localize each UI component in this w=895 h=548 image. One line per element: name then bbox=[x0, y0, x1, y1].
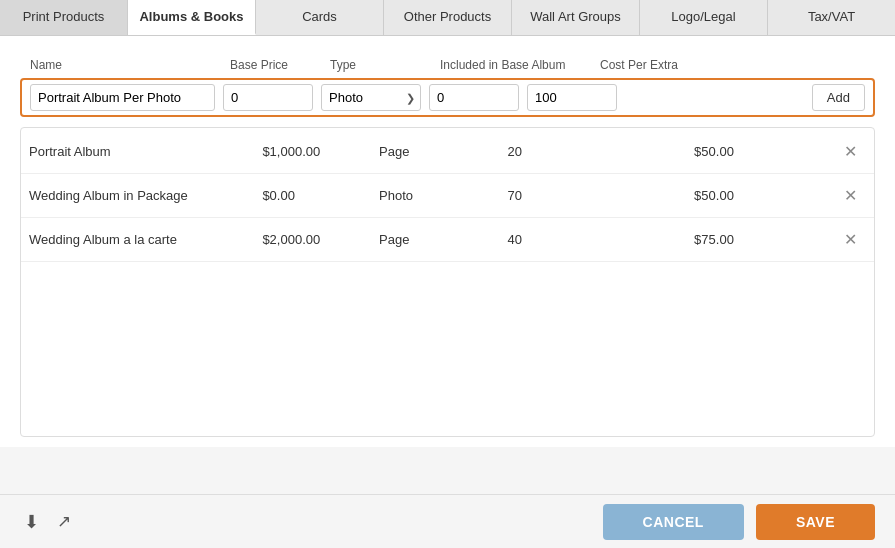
cell-included: 20 bbox=[499, 130, 686, 174]
add-button[interactable]: Add bbox=[812, 84, 865, 111]
cell-included: 70 bbox=[499, 174, 686, 218]
cell-base-price: $2,000.00 bbox=[254, 218, 371, 262]
name-input[interactable] bbox=[30, 84, 215, 111]
cancel-button[interactable]: CANCEL bbox=[603, 504, 744, 540]
save-button[interactable]: SAVE bbox=[756, 504, 875, 540]
cell-base-price: $1,000.00 bbox=[254, 130, 371, 174]
type-select[interactable]: Photo Page bbox=[321, 84, 421, 111]
bottom-bar: ⬇ ↗ CANCEL SAVE bbox=[0, 494, 895, 548]
export-button[interactable]: ↗ bbox=[53, 507, 75, 537]
delete-row-button[interactable]: ✕ bbox=[838, 140, 863, 163]
cell-type: Page bbox=[371, 218, 499, 262]
col-header-name: Name bbox=[30, 58, 230, 72]
close-icon: ✕ bbox=[844, 231, 857, 248]
tab-cards[interactable]: Cards bbox=[256, 0, 384, 35]
close-icon: ✕ bbox=[844, 187, 857, 204]
cell-extra: $50.00 bbox=[686, 130, 826, 174]
table-row: Wedding Album in Package $0.00 Photo 70 … bbox=[21, 174, 874, 218]
cell-delete: ✕ bbox=[826, 174, 874, 218]
download-icon: ⬇ bbox=[24, 512, 39, 532]
tab-albums-books[interactable]: Albums & Books bbox=[128, 0, 256, 35]
tab-logo-legal[interactable]: Logo/Legal bbox=[640, 0, 768, 35]
bottom-right-actions: CANCEL SAVE bbox=[603, 504, 875, 540]
export-icon: ↗ bbox=[57, 511, 71, 532]
cell-delete: ✕ bbox=[826, 218, 874, 262]
base-price-input[interactable] bbox=[223, 84, 313, 111]
cell-name: Wedding Album in Package bbox=[21, 174, 254, 218]
albums-table: Portrait Album $1,000.00 Page 20 $50.00 … bbox=[21, 130, 874, 262]
cell-type: Page bbox=[371, 130, 499, 174]
tab-tax-vat[interactable]: Tax/VAT bbox=[768, 0, 895, 35]
bottom-left-actions: ⬇ ↗ bbox=[20, 507, 75, 537]
tab-bar: Print Products Albums & Books Cards Othe… bbox=[0, 0, 895, 36]
albums-table-container: Portrait Album $1,000.00 Page 20 $50.00 … bbox=[20, 127, 875, 437]
included-input[interactable] bbox=[429, 84, 519, 111]
delete-row-button[interactable]: ✕ bbox=[838, 228, 863, 251]
col-header-included: Included in Base Album bbox=[440, 58, 600, 72]
col-header-base-price: Base Price bbox=[230, 58, 330, 72]
cell-name: Wedding Album a la carte bbox=[21, 218, 254, 262]
download-button[interactable]: ⬇ bbox=[20, 507, 43, 537]
cell-extra: $50.00 bbox=[686, 174, 826, 218]
col-header-type: Type bbox=[330, 58, 440, 72]
cell-delete: ✕ bbox=[826, 130, 874, 174]
close-icon: ✕ bbox=[844, 143, 857, 160]
cell-extra: $75.00 bbox=[686, 218, 826, 262]
cell-included: 40 bbox=[499, 218, 686, 262]
table-row: Wedding Album a la carte $2,000.00 Page … bbox=[21, 218, 874, 262]
cell-base-price: $0.00 bbox=[254, 174, 371, 218]
col-header-extra: Cost Per Extra bbox=[600, 58, 720, 72]
delete-row-button[interactable]: ✕ bbox=[838, 184, 863, 207]
extra-input[interactable] bbox=[527, 84, 617, 111]
main-content: Name Base Price Type Included in Base Al… bbox=[0, 36, 895, 447]
type-select-wrap: Photo Page ❯ bbox=[321, 84, 421, 111]
table-row: Portrait Album $1,000.00 Page 20 $50.00 … bbox=[21, 130, 874, 174]
tab-wall-art-groups[interactable]: Wall Art Groups bbox=[512, 0, 640, 35]
column-headers: Name Base Price Type Included in Base Al… bbox=[20, 52, 875, 78]
add-item-row: Photo Page ❯ Add bbox=[20, 78, 875, 117]
cell-type: Photo bbox=[371, 174, 499, 218]
cell-name: Portrait Album bbox=[21, 130, 254, 174]
tab-other-products[interactable]: Other Products bbox=[384, 0, 512, 35]
tab-print-products[interactable]: Print Products bbox=[0, 0, 128, 35]
